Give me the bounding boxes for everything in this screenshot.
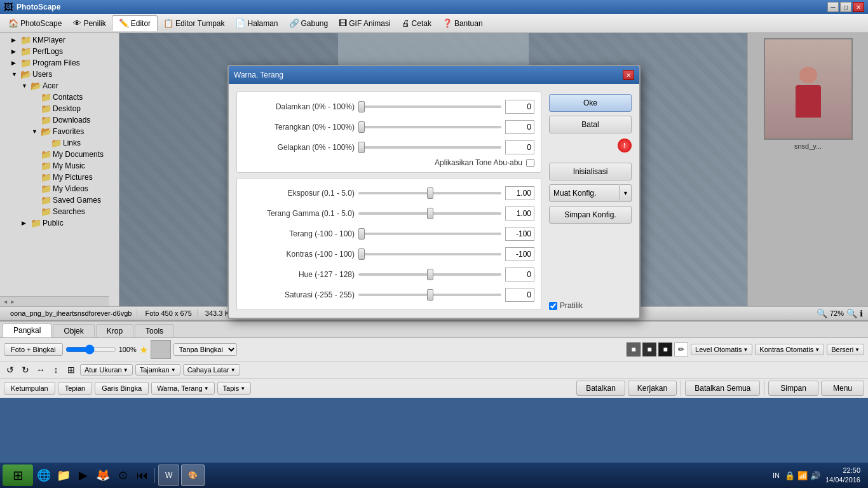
rotate-right-icon[interactable]: ↻ xyxy=(19,363,32,376)
tab-gif-animasi[interactable]: 🎞GIF Animasi xyxy=(334,16,395,30)
slider-value-eksposur[interactable] xyxy=(505,186,534,200)
tool-icon-1[interactable]: ■ xyxy=(627,342,641,356)
level-otomatis-dropdown[interactable]: Level Otomatis▼ xyxy=(691,344,752,355)
flip-v-icon[interactable]: ↕ xyxy=(50,363,62,376)
slider-value-gelapkan[interactable] xyxy=(505,140,534,154)
kerjakan-button[interactable]: Kerjakan xyxy=(628,381,677,396)
zoom-in-icon[interactable]: 🔍 xyxy=(846,308,857,318)
taskbar-firefox[interactable]: 🦊 xyxy=(94,466,112,484)
slider-track-dalamkan[interactable] xyxy=(358,105,501,108)
slider-thumb-saturasi[interactable] xyxy=(427,289,433,301)
zoom-controls: 🔍 72% 🔍 ℹ xyxy=(817,308,863,318)
taskbar-video[interactable]: ⏮ xyxy=(133,466,151,484)
tool-icon-4[interactable]: ✏ xyxy=(674,342,688,356)
berseri-dropdown[interactable]: Berseri▼ xyxy=(827,344,864,355)
favorite-star-icon[interactable]: ★ xyxy=(139,344,148,356)
ketumpulan-button[interactable]: Ketumpulan xyxy=(4,382,55,395)
tab-penilik[interactable]: 👁Penilik xyxy=(68,16,111,30)
taskbar-photoscape[interactable]: 🎨 xyxy=(181,464,205,486)
batalkan-button[interactable]: Batalkan xyxy=(576,381,625,396)
slider-track-gelapkan[interactable] xyxy=(358,146,501,149)
slider-value-saturasi[interactable] xyxy=(505,288,534,302)
taskbar-media[interactable]: ▶ xyxy=(74,466,92,484)
slider-thumb-hue[interactable] xyxy=(427,269,433,280)
slider-thumb-eksposur[interactable] xyxy=(427,187,433,199)
tab-cetak[interactable]: 🖨Cetak xyxy=(397,16,437,30)
maximize-button[interactable]: □ xyxy=(840,2,851,12)
minimize-button[interactable]: ─ xyxy=(827,2,839,12)
slider-label-terang: Terang (-100 - 100) xyxy=(243,229,355,238)
kontras-otomatis-dropdown[interactable]: Kontras Otomatis▼ xyxy=(755,344,824,355)
taskbar-clock[interactable]: 22:50 14/04/2016 xyxy=(825,466,860,485)
slider-value-terang-gamma[interactable] xyxy=(505,207,534,220)
tab-bantuan[interactable]: ❓Bantuan xyxy=(437,16,488,30)
slider-thumb-terangkan[interactable] xyxy=(358,121,365,133)
flip-h-icon[interactable]: ↔ xyxy=(34,363,47,376)
modal-close-button[interactable]: ✕ xyxy=(623,70,634,80)
slider-track-saturasi[interactable] xyxy=(358,294,501,296)
taskbar-word[interactable]: W xyxy=(158,464,179,486)
load-config-button[interactable]: Muat Konfig. xyxy=(549,184,620,202)
slider-thumb-gelapkan[interactable] xyxy=(358,142,365,153)
preview-checkbox[interactable] xyxy=(549,302,557,310)
slider-track-hue[interactable] xyxy=(358,273,501,276)
slider-track-terang-gamma[interactable] xyxy=(358,212,501,215)
tab-krop[interactable]: Krop xyxy=(96,324,133,337)
slider-track-kontras[interactable] xyxy=(358,253,501,255)
warna-terang-dropdown[interactable]: Warna, Terang▼ xyxy=(151,382,214,395)
slider-track-terangkan[interactable] xyxy=(358,126,501,128)
slider-label-eksposur: Eksposur (0.1 - 5.0) xyxy=(243,189,355,198)
slider-track-terang[interactable] xyxy=(358,233,501,235)
taskbar-chrome[interactable]: ⊙ xyxy=(114,466,132,484)
tab-gabung[interactable]: 🔗Gabung xyxy=(284,16,334,30)
batalkan-semua-button[interactable]: Batalkan Semua xyxy=(685,381,760,396)
cancel-button[interactable]: Batal xyxy=(549,116,632,133)
foto-bingkai-button[interactable]: Foto + Bingkai xyxy=(4,343,63,356)
slider-value-hue[interactable] xyxy=(505,268,534,281)
slider-value-terangkan[interactable] xyxy=(505,120,534,134)
tepian-button[interactable]: Tepian xyxy=(58,382,92,395)
tool-icon-2[interactable]: ■ xyxy=(642,342,656,356)
tab-tools[interactable]: Tools xyxy=(135,324,174,337)
slider-value-dalamkan[interactable] xyxy=(505,100,534,114)
tool-icon-3[interactable]: ■ xyxy=(658,342,672,356)
slider-track-eksposur[interactable] xyxy=(358,192,501,194)
load-config-dropdown[interactable]: ▼ xyxy=(620,184,632,202)
zoom-out-icon[interactable]: 🔍 xyxy=(817,308,827,318)
start-button[interactable]: ⊞ xyxy=(3,464,33,486)
tajamkan-dropdown[interactable]: Tajamkan▼ xyxy=(135,364,180,376)
close-button[interactable]: ✕ xyxy=(853,2,864,12)
simpan-button[interactable]: Simpan xyxy=(768,381,818,396)
taskbar-explorer[interactable]: 📁 xyxy=(55,466,72,484)
tab-halaman[interactable]: 📄Halaman xyxy=(230,16,283,30)
tab-objek[interactable]: Objek xyxy=(53,324,94,337)
tab-photoscape[interactable]: 🏠PhotoScape xyxy=(3,15,67,31)
menu-button[interactable]: Menu xyxy=(821,381,864,396)
garis-bingkai-button[interactable]: Garis Bingka xyxy=(95,382,149,395)
atur-ukuran-dropdown[interactable]: Atur Ukuran▼ xyxy=(80,364,133,376)
zoom-slider[interactable] xyxy=(65,344,116,355)
reset-button[interactable]: Inisialisasi xyxy=(549,163,632,180)
tab-editor-tumpak[interactable]: 📋Editor Tumpak xyxy=(158,16,229,30)
slider-row-eksposur: Eksposur (0.1 - 5.0) xyxy=(243,186,534,200)
info-icon[interactable]: ℹ xyxy=(860,309,863,318)
zoom-slider-container[interactable]: 100% xyxy=(65,344,137,355)
tool-icons-row: ■ ■ ■ ✏ xyxy=(627,342,688,356)
rotate-left-icon[interactable]: ↺ xyxy=(4,363,17,376)
slider-value-kontras[interactable] xyxy=(505,247,534,261)
crop-icon[interactable]: ⊞ xyxy=(65,363,78,376)
slider-thumb-terang-gamma[interactable] xyxy=(427,208,433,219)
tab-pangkal[interactable]: Pangkal xyxy=(3,323,51,337)
slider-thumb-terang[interactable] xyxy=(358,228,365,240)
save-config-button[interactable]: Simpan Konfig. xyxy=(549,206,632,224)
tapis-dropdown[interactable]: Tapis▼ xyxy=(217,382,252,395)
slider-thumb-kontras[interactable] xyxy=(358,248,365,260)
slider-value-terang[interactable] xyxy=(505,227,534,241)
tone-checkbox[interactable] xyxy=(526,159,534,167)
ok-button[interactable]: Oke xyxy=(549,94,632,112)
cahaya-latar-dropdown[interactable]: Cahaya Latar▼ xyxy=(183,364,240,376)
tab-editor[interactable]: ✏️Editor xyxy=(112,15,158,31)
taskbar-ie[interactable]: 🌐 xyxy=(35,466,53,484)
slider-thumb-dalamkan[interactable] xyxy=(358,101,365,112)
frame-select[interactable]: Tanpa Bingkai xyxy=(173,343,237,356)
